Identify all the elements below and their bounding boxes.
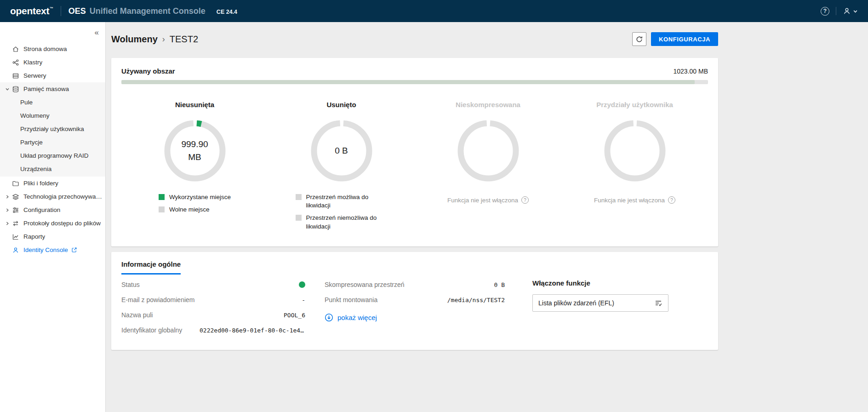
help-icon[interactable]: ? <box>668 196 675 204</box>
donut-title: Przydziały użytkownika <box>561 101 708 109</box>
sidebar-item-storage[interactable]: Pamięć masowa <box>0 82 105 96</box>
user-menu[interactable] <box>843 7 858 15</box>
sidebar-item-reports[interactable]: Raporty <box>0 230 105 243</box>
info-label: Status <box>121 281 140 288</box>
sidebar-item-user-quotas[interactable]: Przydziały użytkownika <box>0 122 105 136</box>
sidebar-collapse-button[interactable]: « <box>95 29 99 36</box>
status-indicator <box>299 281 305 288</box>
donut-chart-undeleted: 999.90 MB <box>160 116 229 185</box>
disabled-text: Funkcja nie jest włączona <box>594 197 665 204</box>
chevron-right-icon <box>3 195 12 199</box>
show-more-link[interactable]: pokaż więcej <box>325 313 505 322</box>
page-title: TEST2 <box>170 34 198 45</box>
tab-general-info[interactable]: Informacje ogólne <box>121 260 181 275</box>
sidebar-item-software-raid[interactable]: Układ programowy RAID <box>0 149 105 162</box>
donut-value: 999.90 <box>181 138 208 151</box>
sidebar-item-configuration[interactable]: Configuration <box>0 203 105 217</box>
donut-chart-user-quotas <box>600 116 669 185</box>
info-card: Informacje ogólne Status E-mail z powiad… <box>111 252 718 350</box>
sidebar-group-storage: Pamięć masowa Pule Wolumeny Przydziały u… <box>0 82 105 177</box>
breadcrumb-volumes-link[interactable]: Wolumeny <box>111 34 158 45</box>
sidebar-item-label: Serwery <box>23 72 46 79</box>
usage-progress-bar <box>121 80 708 84</box>
sidebar-item-devices[interactable]: Urządzenia <box>0 162 105 176</box>
cluster-icon <box>12 59 19 66</box>
donut-chart-deleted: 0 B <box>307 116 376 185</box>
person-icon <box>12 246 19 254</box>
info-label: Identyfikator globalny <box>121 326 182 334</box>
storage-icon <box>12 86 19 93</box>
sidebar-item-label: Pliki i foldery <box>23 180 58 187</box>
used-area-title: Używany obszar <box>121 67 175 75</box>
disabled-text: Funkcja nie jest włączona <box>447 197 518 204</box>
refresh-icon <box>635 35 643 43</box>
enabled-features-title: Włączone funkcje <box>532 279 708 287</box>
event-file-list-label: Lista plików zdarzeń (EFL) <box>538 299 614 307</box>
sidebar-item-identity-console[interactable]: Identity Console <box>0 243 105 257</box>
donut-title: Usunięto <box>268 101 415 109</box>
product-title: OES Unified Management Console CE 24.4 <box>69 6 237 16</box>
sidebar-item-label: Technologia przechowywania <box>23 193 103 200</box>
legend-item: Przestrzeń niemożliwa do likwidacji <box>296 214 388 230</box>
donut-deleted: Usunięto 0 B <box>268 101 415 231</box>
sidebar-item-label: Pamięć masowa <box>23 86 69 92</box>
logo-trademark: ™ <box>50 6 53 11</box>
info-row-email: E-mail z powiadomieniem - <box>121 292 305 308</box>
refresh-button[interactable] <box>632 32 646 46</box>
info-row-status: Status <box>121 277 305 292</box>
info-column-right: Włączone funkcje Lista plików zdarzeń (E… <box>532 277 708 338</box>
info-value: 0222ed00-86e9-01ef-80-0c-1e4... <box>200 327 305 334</box>
sidebar-item-volumes[interactable]: Wolumeny <box>0 109 105 122</box>
configure-button[interactable]: KONFIGURACJA <box>651 32 718 46</box>
sidebar-item-home[interactable]: Strona domowa <box>0 42 105 56</box>
topbar-right-divider <box>836 7 836 15</box>
sidebar-item-partitions[interactable]: Partycje <box>0 136 105 149</box>
info-value: - <box>302 297 305 303</box>
sidebar-item-label: Identity Console <box>23 246 68 253</box>
sidebar-item-storage-technology[interactable]: Technologia przechowywania <box>0 190 105 203</box>
sidebar-item-files-folders[interactable]: Pliki i foldery <box>0 177 105 190</box>
legend-swatch-free <box>159 206 165 212</box>
donut-unit: MB <box>188 151 201 164</box>
sidebar-item-label: Strona domowa <box>23 46 67 52</box>
info-label: Nazwa puli <box>121 311 153 319</box>
user-icon <box>843 7 851 15</box>
info-value: POOL_6 <box>284 312 305 319</box>
info-column-left: Status E-mail z powiadomieniem - Nazwa p… <box>121 277 305 338</box>
help-icon[interactable]: ? <box>821 7 829 16</box>
total-size-label: 1023.00 MB <box>674 68 708 75</box>
topbar-divider <box>61 6 61 16</box>
sidebar-item-pools[interactable]: Pule <box>0 96 105 109</box>
legend-item: Wolne miejsce <box>159 206 231 214</box>
help-icon[interactable]: ? <box>521 196 529 204</box>
help-glyph: ? <box>823 8 827 14</box>
info-row-compressed-space: Skompresowana przestrzeń 0 B <box>325 277 505 292</box>
show-more-label: pokaż więcej <box>337 314 377 321</box>
sidebar: « Strona domowa Klastry <box>0 22 106 412</box>
info-value: /media/nss/TEST2 <box>447 297 505 303</box>
chevron-right-icon <box>3 221 12 226</box>
donut-title: Nieskompresowana <box>415 101 561 109</box>
sidebar-item-servers[interactable]: Serwery <box>0 69 105 82</box>
sidebar-item-label: Protokoły dostępu do plików <box>23 220 101 227</box>
event-file-list-button[interactable]: Lista plików zdarzeń (EFL) <box>532 294 668 312</box>
donut-legend: Przestrzeń możliwa do likwidacji Przestr… <box>296 193 388 231</box>
sidebar-item-clusters[interactable]: Klastry <box>0 56 105 69</box>
opentext-logo: opentext ™ <box>10 6 53 17</box>
donut-chart-uncompressed <box>454 116 523 185</box>
sidebar-item-file-access-protocols[interactable]: Protokoły dostępu do plików <box>0 217 105 230</box>
layers-icon <box>12 193 19 200</box>
product-abbrev: OES <box>69 6 86 16</box>
breadcrumb-separator: › <box>162 34 165 44</box>
info-label: Punkt montowania <box>325 296 377 303</box>
top-bar: opentext ™ OES Unified Management Consol… <box>0 0 868 22</box>
main-area: Wolumeny › TEST2 KONFIGURACJA Używany o <box>106 22 868 412</box>
chevron-down-icon <box>3 87 12 92</box>
transfer-arrows-icon <box>12 220 19 227</box>
server-icon <box>12 72 19 80</box>
donut-title: Nieusunięta <box>121 101 268 109</box>
donut-undeleted: Nieusunięta 999.90 MB <box>121 101 268 231</box>
legend-swatch-purgeable <box>296 194 302 200</box>
legend-item: Wykorzystane miejsce <box>159 193 231 201</box>
info-row-global-id: Identyfikator globalny 0222ed00-86e9-01e… <box>121 323 305 338</box>
